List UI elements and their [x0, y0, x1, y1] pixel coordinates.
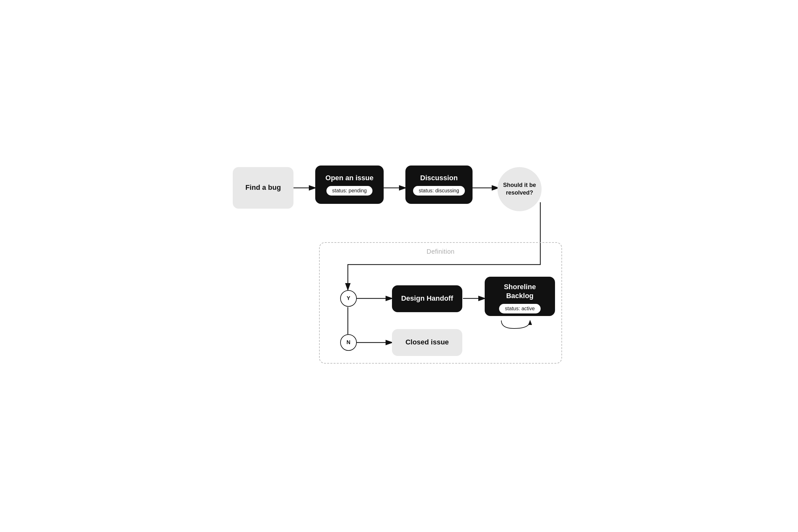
open-issue-label: Open an issue — [326, 173, 373, 183]
shoreline-backlog-node: Shoreline Backlog status: active — [485, 277, 555, 316]
should-resolve-label: Should it be resolved? — [503, 182, 537, 196]
open-issue-node: Open an issue status: pending — [315, 166, 384, 204]
open-issue-box: Open an issue status: pending — [315, 166, 384, 204]
no-decision-node: N — [340, 334, 357, 351]
find-a-bug-box: Find a bug — [233, 167, 294, 209]
discussion-label: Discussion — [420, 173, 458, 183]
design-handoff-box: Design Handoff — [392, 285, 462, 312]
find-a-bug-node: Find a bug — [233, 167, 294, 209]
find-a-bug-label: Find a bug — [245, 183, 281, 192]
shoreline-backlog-label: Shoreline Backlog — [494, 282, 546, 301]
discussion-node: Discussion status: discussing — [405, 166, 472, 204]
shoreline-backlog-status: status: active — [499, 304, 540, 314]
diagram: Find a bug Open an issue status: pending… — [223, 146, 575, 386]
shoreline-backlog-box: Shoreline Backlog status: active — [485, 277, 555, 316]
design-handoff-label: Design Handoff — [401, 294, 453, 303]
definition-label: Definition — [427, 248, 454, 255]
no-label: N — [347, 339, 350, 346]
yes-decision-node: Y — [340, 290, 357, 307]
closed-issue-box: Closed issue — [392, 329, 462, 356]
open-issue-status: status: pending — [327, 186, 373, 195]
discussion-box: Discussion status: discussing — [405, 166, 472, 204]
discussion-status: status: discussing — [413, 186, 465, 195]
closed-issue-node: Closed issue — [392, 329, 462, 356]
should-resolve-node: Should it be resolved? — [498, 167, 542, 211]
design-handoff-node: Design Handoff — [392, 285, 462, 312]
closed-issue-label: Closed issue — [405, 338, 449, 347]
should-resolve-circle: Should it be resolved? — [498, 167, 542, 211]
yes-label: Y — [347, 295, 350, 302]
